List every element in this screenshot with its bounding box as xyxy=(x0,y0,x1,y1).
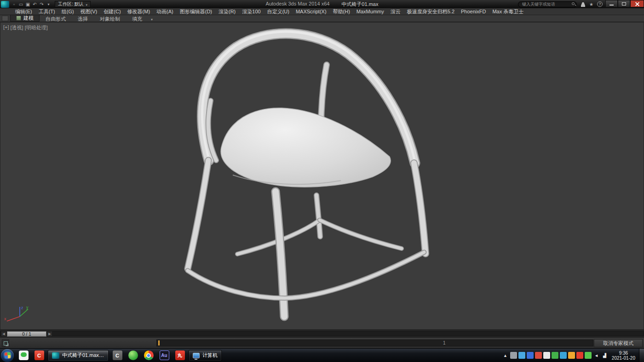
3ds-max-window: 工作区: 默认 Autodesk 3ds Max 2014 x64 中式椅子01… xyxy=(0,0,644,362)
minimize-button[interactable] xyxy=(605,0,618,7)
3ds-max-logo[interactable] xyxy=(1,1,9,8)
app-title: Autodesk 3ds Max 2014 x64 xyxy=(266,1,330,8)
chat-app-icon[interactable] xyxy=(16,350,31,361)
menu-item-12[interactable]: 帮助(H) xyxy=(330,8,353,15)
chrome-icon[interactable] xyxy=(141,350,156,361)
world-axis-tripod: x y z xyxy=(3,305,31,327)
ribbon-tab-2[interactable]: 选择 xyxy=(72,16,94,23)
chair-front-legs[interactable] xyxy=(188,192,424,317)
audition-icon[interactable]: Au xyxy=(157,350,172,361)
viewport-menu-plus[interactable]: [+] xyxy=(3,24,9,31)
infocenter: ? xyxy=(518,1,605,7)
menu-item-7[interactable]: 图形编辑器(D) xyxy=(177,8,215,15)
print-queue-icon[interactable] xyxy=(510,352,517,359)
new-scene-icon[interactable] xyxy=(11,1,17,7)
menu-item-17[interactable]: Max 杀毒卫士 xyxy=(489,8,527,15)
close-button[interactable] xyxy=(630,0,644,7)
computer-icon xyxy=(193,353,200,358)
ribbon-tab-4[interactable]: 填充 xyxy=(126,16,148,23)
chair-seat[interactable] xyxy=(221,108,391,187)
volume-icon[interactable]: ◄ xyxy=(593,352,600,359)
menu-item-9[interactable]: 渲染100 xyxy=(239,8,264,15)
window-title: Autodesk 3ds Max 2014 x64 中式椅子01.max xyxy=(266,1,379,8)
undo-icon[interactable] xyxy=(31,1,38,7)
menu-item-6[interactable]: 动画(A) xyxy=(153,8,177,15)
taskbar-3dsmax-window[interactable]: 中式椅子01.max ... xyxy=(48,350,109,361)
workspace-label: 工作区: 默认 xyxy=(58,1,84,7)
antivirus-shield-icon[interactable] xyxy=(552,352,558,359)
next-frame-arrow[interactable] xyxy=(47,331,52,337)
workspace-selector[interactable]: 工作区: 默认 xyxy=(55,1,91,7)
ribbon-minimize-icon[interactable] xyxy=(148,14,155,23)
ribbon-config-icon[interactable] xyxy=(2,16,8,21)
ribbon-tab-1[interactable]: 自由形式 xyxy=(40,16,72,23)
clock-date: 2021-01-20 xyxy=(612,356,635,361)
favorites-icon[interactable] xyxy=(589,1,593,7)
cad-viewer-icon[interactable]: C xyxy=(32,350,46,361)
hidden-icons-chevron[interactable]: ▲ xyxy=(502,352,509,359)
trackbar-frame-label: 1 xyxy=(443,340,446,345)
axis-z-label: z xyxy=(21,305,23,310)
taskbar-3dsmax-label: 中式椅子01.max ... xyxy=(62,352,104,359)
menu-item-11[interactable]: MAXScript(X) xyxy=(293,8,330,15)
search-input[interactable] xyxy=(518,1,577,7)
chevron-down-icon xyxy=(86,2,88,7)
network-icon[interactable]: ▟ xyxy=(601,352,608,359)
sign-in-icon[interactable] xyxy=(581,2,586,7)
update-icon[interactable] xyxy=(568,352,575,359)
vpn-icon[interactable] xyxy=(585,352,592,359)
qat-dropdown-icon[interactable] xyxy=(45,1,52,7)
open-file-icon[interactable] xyxy=(17,1,24,7)
chair-model[interactable] xyxy=(0,23,644,330)
redo-icon[interactable] xyxy=(38,1,45,7)
download-manager-icon[interactable] xyxy=(527,352,534,359)
save-file-icon[interactable] xyxy=(24,1,31,7)
menu-item-16[interactable]: PhoenixFD xyxy=(458,8,489,15)
track-bar[interactable]: 1 xyxy=(156,339,593,346)
ribbon-tab-0[interactable]: 建模 xyxy=(10,15,40,22)
quick-access-toolbar xyxy=(11,1,52,7)
isolate-selection-icon[interactable] xyxy=(2,339,9,347)
viewport-menu-view[interactable]: [透视] xyxy=(11,24,23,31)
menu-item-15[interactable]: 极速度身安全归档5.2 xyxy=(404,8,458,15)
taskbar-computer-window[interactable]: 计算机 xyxy=(189,350,222,361)
red-app-icon[interactable]: 丸 xyxy=(172,350,187,361)
ribbon-tab-bar: 建模自由形式选择对象绘制填充 xyxy=(0,15,644,22)
taskbar-computer-label: 计算机 xyxy=(202,352,218,359)
search-icon[interactable] xyxy=(572,2,575,5)
taskbar-clock[interactable]: 9:36 2021-01-20 xyxy=(610,351,639,361)
system-tray: ▲◄▟ xyxy=(502,352,610,359)
current-frame-tick[interactable] xyxy=(158,340,160,345)
perspective-viewport[interactable]: [+] [透视] [明暗处理] xyxy=(0,22,644,330)
help-icon[interactable]: ? xyxy=(597,1,603,7)
menu-item-14[interactable]: 渲云 xyxy=(387,8,404,15)
clock-time: 9:36 xyxy=(612,351,635,356)
ribbon-tab-3[interactable]: 对象绘制 xyxy=(94,16,126,23)
document-title: 中式椅子01.max xyxy=(341,1,378,8)
time-slider: 0 / 1 xyxy=(0,330,644,337)
netdisk-icon[interactable] xyxy=(560,352,567,359)
browser-360-icon[interactable] xyxy=(126,350,140,361)
menu-item-10[interactable]: 自定义(U) xyxy=(264,8,293,15)
menu-item-8[interactable]: 渲染(R) xyxy=(215,8,239,15)
windows-flag-icon xyxy=(4,352,11,359)
time-slider-handle[interactable]: 0 / 1 xyxy=(7,331,46,337)
viewport-label: [+] [透视] [明暗处理] xyxy=(3,24,48,31)
show-desktop-button[interactable] xyxy=(639,349,644,362)
c-app-icon[interactable]: C xyxy=(110,350,125,361)
cloud-sync-icon[interactable] xyxy=(543,352,550,359)
viewport-menu-shading[interactable]: [明暗处理] xyxy=(25,24,48,31)
restore-button[interactable] xyxy=(618,0,630,7)
title-bar: 工作区: 默认 Autodesk 3ds Max 2014 x64 中式椅子01… xyxy=(0,0,644,8)
ribbon-tabs: 建模自由形式选择对象绘制填充 xyxy=(10,14,148,23)
cancel-expert-mode-button[interactable]: 取消专家模式 xyxy=(594,339,643,347)
start-button[interactable] xyxy=(1,349,14,362)
chat-tray-icon[interactable] xyxy=(518,352,525,359)
music-app-icon[interactable] xyxy=(576,352,583,359)
time-slider-track[interactable] xyxy=(0,331,644,336)
window-controls xyxy=(605,0,644,8)
3ds-max-icon xyxy=(52,352,59,359)
menu-item-13[interactable]: MaxMummy xyxy=(353,8,387,15)
security-alert-icon[interactable] xyxy=(535,352,542,359)
previous-frame-arrow[interactable] xyxy=(1,331,6,337)
